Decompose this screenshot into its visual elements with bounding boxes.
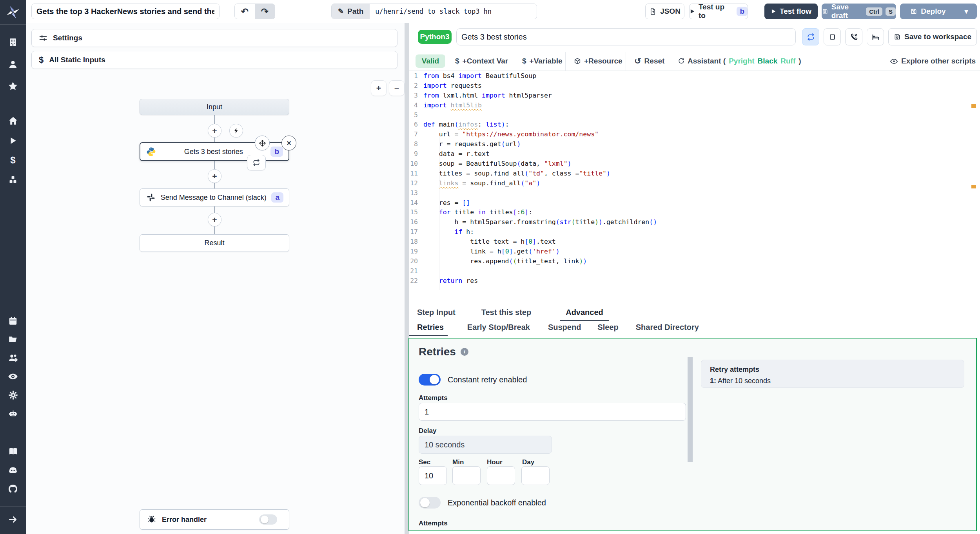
code-line[interactable]: 4import html5lib bbox=[409, 101, 980, 110]
early-stop-toolbar-button[interactable] bbox=[824, 28, 841, 45]
assistant-black: Black bbox=[758, 57, 778, 65]
sidebar-divider bbox=[0, 102, 26, 102]
day-input[interactable] bbox=[521, 466, 550, 485]
sidebar-item-user[interactable] bbox=[0, 56, 26, 73]
sidebar-item-workers[interactable] bbox=[0, 349, 26, 366]
path-input[interactable] bbox=[370, 4, 537, 19]
test-up-to-button[interactable]: Test up to b bbox=[689, 4, 748, 19]
trigger-button[interactable] bbox=[229, 124, 243, 138]
explore-other-scripts-button[interactable]: Explore other scripts bbox=[890, 52, 976, 71]
error-handler-row[interactable]: Error handler bbox=[140, 509, 289, 530]
sidebar-item-docs[interactable] bbox=[0, 443, 26, 460]
code-line[interactable]: 16 h = html5parser.fromstring(str(title)… bbox=[409, 217, 980, 227]
add-step-button[interactable]: + bbox=[208, 124, 221, 138]
code-line[interactable]: 13 bbox=[409, 188, 980, 198]
error-handler-toggle[interactable] bbox=[259, 514, 277, 525]
code-line[interactable]: 10 soup = BeautifulSoup(data, "lxml") bbox=[409, 159, 980, 169]
retry-indicator-button[interactable] bbox=[247, 155, 266, 170]
exponential-backoff-toggle[interactable] bbox=[419, 497, 441, 509]
code-line[interactable]: 19 link = h[0].get('href') bbox=[409, 247, 980, 257]
code-line[interactable]: 5 bbox=[409, 110, 980, 120]
move-step-button[interactable] bbox=[255, 136, 270, 150]
sidebar-item-schedules[interactable] bbox=[0, 312, 26, 329]
zoom-out-button[interactable]: − bbox=[389, 80, 405, 96]
sleep-toolbar-button[interactable] bbox=[867, 28, 884, 45]
sidebar-item-resources[interactable] bbox=[0, 171, 26, 188]
sidebar-item-favorites[interactable] bbox=[0, 78, 26, 95]
code-line[interactable]: 18 title_text = h[0].text bbox=[409, 237, 980, 247]
path-label[interactable]: ✎ Path bbox=[332, 4, 370, 19]
add-resource-button[interactable]: +Resource bbox=[574, 52, 622, 71]
code-editor[interactable]: 1from bs4 import BeautifulSoup2import re… bbox=[409, 71, 980, 306]
code-line[interactable]: 20 res.append((title_text, link)) bbox=[409, 257, 980, 266]
json-button[interactable]: JSON bbox=[645, 4, 684, 19]
redo-button[interactable]: ↷ bbox=[255, 4, 275, 19]
constant-retry-toggle[interactable] bbox=[419, 374, 441, 386]
assistant-button[interactable]: Assistant (PyrightBlackRuff) bbox=[677, 52, 801, 71]
code-line[interactable]: 22 return res bbox=[409, 276, 980, 286]
sidebar-expand-button[interactable] bbox=[0, 511, 26, 528]
subtab-retries[interactable]: Retries bbox=[417, 323, 444, 336]
code-line[interactable]: 15 for title in titles[:6]: bbox=[409, 208, 980, 217]
flow-node-result[interactable]: Result bbox=[140, 234, 289, 252]
tab-advanced[interactable]: Advanced bbox=[566, 308, 603, 321]
sidebar-item-folders[interactable] bbox=[0, 331, 26, 348]
all-static-inputs-row[interactable]: $ All Static Inputs bbox=[31, 51, 397, 69]
suspend-toolbar-button[interactable] bbox=[845, 28, 862, 45]
code-line[interactable]: 11 titles = soup.find_all("td", class_="… bbox=[409, 169, 980, 179]
tab-test-this-step[interactable]: Test this step bbox=[481, 308, 531, 321]
step-name-input[interactable] bbox=[456, 28, 796, 45]
save-draft-button[interactable]: Save draft Ctrl S bbox=[822, 4, 896, 19]
sidebar-item-audit-logs[interactable] bbox=[0, 368, 26, 385]
deploy-dropdown-button[interactable]: ▾ bbox=[956, 4, 976, 19]
code-line[interactable]: 3from lxml.html import html5parser bbox=[409, 91, 980, 101]
delete-step-button[interactable]: × bbox=[281, 136, 296, 150]
sidebar-item-home[interactable] bbox=[0, 112, 26, 129]
zoom-in-button[interactable]: + bbox=[371, 80, 387, 96]
sidebar-item-github[interactable] bbox=[0, 480, 26, 498]
sidebar-item-ai[interactable] bbox=[0, 405, 26, 422]
subtab-sleep[interactable]: Sleep bbox=[597, 323, 618, 336]
sec-input[interactable] bbox=[419, 466, 447, 485]
sidebar-item-workspace[interactable] bbox=[0, 34, 26, 51]
undo-button[interactable]: ↶ bbox=[235, 4, 255, 19]
code-line[interactable]: 7 url = "https://news.ycombinator.com/ne… bbox=[409, 130, 980, 139]
subtab-early-stop[interactable]: Early Stop/Break bbox=[467, 323, 530, 336]
code-line[interactable]: 2import requests bbox=[409, 81, 980, 91]
min-input[interactable] bbox=[452, 466, 481, 485]
panel-scrollbar[interactable] bbox=[688, 357, 693, 462]
info-icon[interactable]: i bbox=[461, 348, 468, 356]
retries-toolbar-button[interactable] bbox=[802, 28, 819, 45]
play-icon bbox=[690, 9, 695, 14]
flow-settings-row[interactable]: Settings bbox=[31, 29, 397, 47]
reset-button[interactable]: ↺Reset bbox=[634, 52, 664, 71]
sidebar-item-runs[interactable] bbox=[0, 132, 26, 149]
add-variable-button[interactable]: $+Variable bbox=[522, 52, 563, 71]
code-line[interactable]: 12 links = soup.find_all("a") bbox=[409, 179, 980, 188]
sidebar-item-settings[interactable] bbox=[0, 386, 26, 404]
sidebar-item-variables[interactable]: $ bbox=[0, 152, 26, 169]
add-step-button[interactable]: + bbox=[208, 169, 221, 183]
code-line[interactable]: 17 if h: bbox=[409, 227, 980, 237]
sidebar-item-discord[interactable] bbox=[0, 462, 26, 479]
flow-name-input[interactable] bbox=[31, 4, 220, 19]
code-line[interactable]: 9 data = r.text bbox=[409, 149, 980, 159]
windmill-logo-icon[interactable] bbox=[0, 4, 26, 21]
code-line[interactable]: 8 r = requests.get(url) bbox=[409, 139, 980, 149]
code-line[interactable]: 1from bs4 import BeautifulSoup bbox=[409, 71, 980, 81]
flow-node-input[interactable]: Input bbox=[140, 99, 289, 115]
tab-step-input[interactable]: Step Input bbox=[417, 308, 456, 321]
add-context-var-button[interactable]: $+Context Var bbox=[455, 52, 508, 71]
add-step-button[interactable]: + bbox=[208, 213, 221, 226]
code-line[interactable]: 14 res = [] bbox=[409, 198, 980, 208]
subtab-shared-directory[interactable]: Shared Directory bbox=[636, 323, 699, 336]
save-to-workspace-button[interactable]: Save to workspace bbox=[888, 28, 977, 45]
code-line[interactable]: 21 bbox=[409, 266, 980, 276]
attempts-input[interactable] bbox=[419, 403, 686, 421]
deploy-button[interactable]: Deploy bbox=[900, 4, 956, 19]
code-line[interactable]: 6def main(infos: list): bbox=[409, 120, 980, 130]
flow-node-step-a[interactable]: Send Message to Channel (slack) a bbox=[140, 188, 289, 206]
test-flow-button[interactable]: Test flow bbox=[764, 4, 818, 19]
subtab-suspend[interactable]: Suspend bbox=[548, 323, 581, 336]
hour-input[interactable] bbox=[487, 466, 515, 485]
